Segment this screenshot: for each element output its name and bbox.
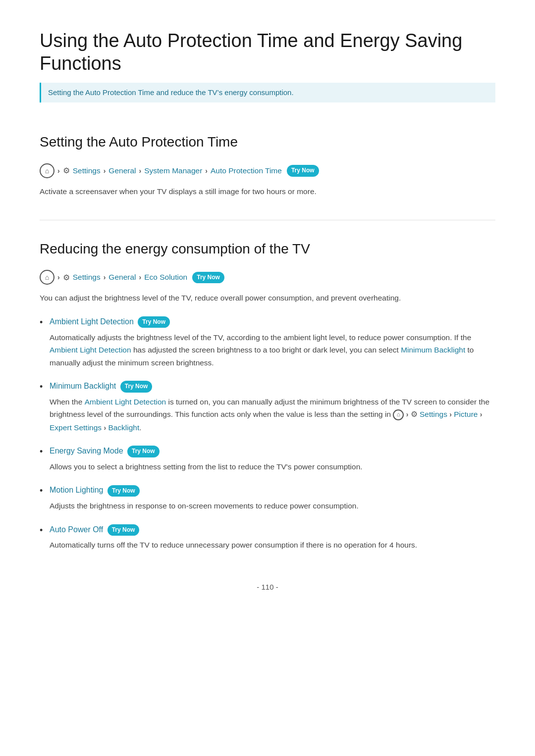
feature-ambient-light-desc: Automatically adjusts the brightness lev… [50,331,495,369]
inline-backlight[interactable]: Backlight [108,423,139,432]
breadcrumb-sep-3: › [139,165,142,176]
inline-home-icon: ⌂ [393,409,404,420]
section1-description: Activate a screensaver when your TV disp… [40,185,495,198]
section-auto-protection: Setting the Auto Protection Time ⌂ › ⚙ S… [40,131,495,198]
try-now-badge-auto-protection[interactable]: Try Now [287,165,319,176]
feature-auto-power-off-title[interactable]: Auto Power Off [50,525,103,534]
feature-motion-lighting-desc: Adjusts the brightness in response to on… [50,500,495,512]
page-title: Using the Auto Protection Time and Energ… [40,30,495,75]
inline-sep-1: › [406,410,409,418]
list-item-auto-power-off: Auto Power Off Try Now Automatically tur… [40,523,495,552]
section1-title: Setting the Auto Protection Time [40,131,495,153]
try-now-badge-min-backlight[interactable]: Try Now [120,381,153,392]
inline-settings[interactable]: Settings [420,410,447,418]
inline-link-ambient[interactable]: Ambient Light Detection [50,346,131,354]
breadcrumb-general-2[interactable]: General [108,271,136,284]
list-item-energy-saving: Energy Saving Mode Try Now Allows you to… [40,445,495,473]
inline-expert-settings[interactable]: Expert Settings [50,423,102,432]
try-now-badge-motion[interactable]: Try Now [107,485,140,497]
feature-min-backlight-desc: When the Ambient Light Detection is turn… [50,396,495,434]
home-icon-2[interactable]: ⌂ [40,270,54,285]
feature-auto-power-off-desc: Automatically turns off the TV to reduce… [50,539,495,552]
breadcrumb-sep-2: › [104,165,106,176]
try-now-badge-energy[interactable]: Try Now [127,446,160,457]
feature-energy-saving-desc: Allows you to select a brightness settin… [50,460,495,473]
home-icon[interactable]: ⌂ [40,163,54,178]
eco-sep-1: › [57,272,60,283]
settings-gear-icon-1: ⚙ [63,164,70,177]
feature-min-backlight-title[interactable]: Minimum Backlight [50,382,116,390]
breadcrumb-sep-4: › [205,165,208,176]
breadcrumb-settings-2[interactable]: Settings [73,271,101,284]
inline-link-ambient-2[interactable]: Ambient Light Detection [85,398,166,406]
eco-sep-2: › [104,272,106,283]
eco-sep-3: › [139,272,142,283]
breadcrumb-eco: ⌂ › ⚙ Settings › General › Eco Solution … [40,270,495,285]
subtitle-bar: Setting the Auto Protection Time and red… [40,83,495,102]
try-now-badge-eco[interactable]: Try Now [192,272,224,283]
inline-link-min-backlight[interactable]: Minimum Backlight [401,346,465,354]
feature-motion-lighting-title[interactable]: Motion Lighting [50,486,104,494]
feature-ambient-light-title[interactable]: Ambient Light Detection [50,317,134,326]
list-item-ambient-light: Ambient Light Detection Try Now Automati… [40,315,495,369]
section-divider [40,220,495,220]
breadcrumb-sep-1: › [57,165,60,176]
inline-gear-icon: ⚙ [411,408,418,421]
list-item-minimum-backlight: Minimum Backlight Try Now When the Ambie… [40,380,495,434]
section2-description: You can adjust the brightness level of t… [40,292,495,304]
breadcrumb-system-manager[interactable]: System Manager [144,165,202,177]
feature-energy-saving-title[interactable]: Energy Saving Mode [50,447,123,455]
try-now-badge-auto-power[interactable]: Try Now [107,524,140,536]
inline-picture[interactable]: Picture [454,410,478,418]
breadcrumb-general-1[interactable]: General [108,165,136,177]
feature-list: Ambient Light Detection Try Now Automati… [40,315,495,552]
breadcrumb-auto-protection: ⌂ › ⚙ Settings › General › System Manage… [40,163,495,178]
page-number: - 110 - [40,581,495,593]
section-eco: Reducing the energy consumption of the T… [40,238,495,552]
list-item-motion-lighting: Motion Lighting Try Now Adjusts the brig… [40,484,495,512]
settings-gear-icon-2: ⚙ [63,271,70,284]
breadcrumb-auto-protection-time[interactable]: Auto Protection Time [211,165,282,177]
breadcrumb-eco-solution[interactable]: Eco Solution [144,271,187,284]
breadcrumb-settings-1[interactable]: Settings [73,165,101,177]
try-now-badge-ambient[interactable]: Try Now [138,316,170,328]
section2-title: Reducing the energy consumption of the T… [40,238,495,260]
